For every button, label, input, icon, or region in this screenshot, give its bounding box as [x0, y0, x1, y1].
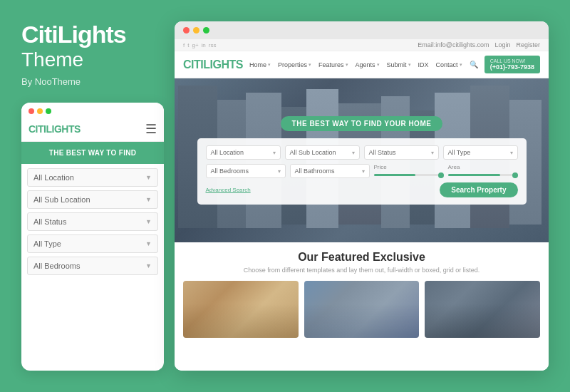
- area-slider-fill: [448, 174, 501, 176]
- nav-properties-label: Properties: [278, 61, 307, 68]
- site-nav: CITILIGHTS Home ▾ Properties ▾ Features …: [175, 51, 549, 78]
- nav-agents-label: Agents: [356, 61, 375, 68]
- featured-subtitle: Choose from different templates and lay …: [183, 267, 540, 274]
- search-icon[interactable]: 🔍: [470, 61, 478, 68]
- nav-idx[interactable]: IDX: [418, 61, 429, 68]
- mobile-filter-type-arrow: ▼: [145, 240, 152, 247]
- utility-email: Email:info@citilights.com: [418, 41, 489, 48]
- nav-features[interactable]: Features ▾: [318, 61, 348, 68]
- nav-submit[interactable]: Submit ▾: [387, 61, 411, 68]
- dt-dot-green: [203, 27, 209, 33]
- price-slider-thumb[interactable]: [438, 172, 444, 178]
- site-logo-lights: LIGHTS: [203, 58, 243, 71]
- filter-bathrooms[interactable]: All Bathrooms ▾: [290, 164, 370, 178]
- filter-bedrooms-caret: ▾: [278, 168, 281, 175]
- search-row-2: All Bedrooms ▾ All Bathrooms ▾ Price: [206, 164, 518, 178]
- nav-home-label: Home: [249, 61, 266, 68]
- site-nav-right: CALL US NOW! (+01)-793-7938: [484, 56, 540, 73]
- filter-bedrooms-label: All Bedrooms: [211, 167, 249, 175]
- utility-register[interactable]: Register: [516, 41, 540, 48]
- mobile-filter-sublocation-label: All Sub Location: [33, 195, 90, 204]
- filter-type[interactable]: All Type ▾: [443, 145, 518, 160]
- mobile-hero-text: THE BEST WAY TO FIND: [28, 149, 157, 157]
- mobile-logo-bar: CITILIGHTS ☰: [21, 118, 164, 142]
- filter-status-caret: ▾: [431, 150, 434, 156]
- desktop-site: f t g+ in rss Email:info@citilights.com …: [175, 39, 549, 371]
- nav-submit-label: Submit: [387, 61, 407, 68]
- price-slider[interactable]: [374, 174, 444, 176]
- search-row-1: All Location ▾ All Sub Location ▾ All St…: [206, 145, 518, 160]
- rss-icon[interactable]: rss: [209, 42, 217, 48]
- mobile-window-dots: [28, 108, 51, 114]
- desktop-titlebar: [175, 21, 549, 39]
- nav-properties-caret: ▾: [309, 62, 311, 68]
- nav-agents-caret: ▾: [377, 62, 380, 68]
- mobile-mockup: CITILIGHTS ☰ THE BEST WAY TO FIND All Lo…: [21, 103, 164, 371]
- facebook-icon[interactable]: f: [183, 42, 185, 48]
- phone-label: CALL US NOW!: [490, 58, 534, 63]
- filter-sublocation[interactable]: All Sub Location ▾: [285, 145, 360, 160]
- price-slider-fill: [374, 174, 416, 176]
- brand-name: CitiLights: [21, 21, 164, 48]
- area-label: Area: [448, 164, 518, 170]
- nav-contact-label: Contact: [436, 61, 458, 68]
- mobile-filter-location-label: All Location: [33, 173, 74, 182]
- googleplus-icon[interactable]: g+: [192, 42, 198, 48]
- filter-status-label: All Status: [369, 149, 396, 156]
- mobile-filter-sublocation-arrow: ▼: [145, 196, 152, 203]
- mobile-filter-status-label: All Status: [33, 217, 66, 226]
- site-nav-links: Home ▾ Properties ▾ Features ▾ Agents ▾ …: [249, 61, 478, 68]
- advanced-search-link[interactable]: Advanced Search: [206, 187, 251, 193]
- brand-by: By NooTheme: [21, 76, 164, 87]
- dt-dot-red: [183, 27, 190, 33]
- phone-number: (+01)-793-7938: [490, 63, 534, 71]
- filter-sublocation-label: All Sub Location: [290, 149, 336, 156]
- featured-grid: [183, 281, 540, 338]
- nav-properties[interactable]: Properties ▾: [278, 61, 311, 68]
- price-section: Price: [374, 164, 444, 178]
- nav-agents[interactable]: Agents ▾: [356, 61, 380, 68]
- mobile-filter-type-label: All Type: [33, 239, 61, 248]
- search-property-button[interactable]: Search Property: [440, 182, 517, 197]
- mobile-filter-sublocation[interactable]: All Sub Location ▼: [27, 190, 158, 209]
- featured-card-1[interactable]: [183, 281, 299, 338]
- mobile-titlebar: [21, 103, 164, 118]
- mobile-filter-bedrooms[interactable]: All Bedrooms ▼: [27, 257, 158, 275]
- mobile-hamburger-icon[interactable]: ☰: [145, 121, 157, 137]
- linkedin-icon[interactable]: in: [202, 42, 206, 48]
- area-slider-thumb[interactable]: [512, 172, 518, 178]
- mobile-filter-status[interactable]: All Status ▼: [27, 212, 158, 231]
- utility-login[interactable]: Login: [494, 41, 510, 48]
- filter-bedrooms[interactable]: All Bedrooms ▾: [206, 164, 286, 178]
- mobile-dot-yellow: [37, 108, 43, 114]
- site-featured: Our Featured Exclusive Choose from diffe…: [175, 242, 549, 371]
- filter-location[interactable]: All Location ▾: [206, 145, 281, 160]
- filter-bathrooms-label: All Bathrooms: [295, 167, 335, 175]
- area-section: Area: [448, 164, 518, 178]
- nav-features-label: Features: [318, 61, 344, 68]
- twitter-icon[interactable]: t: [187, 42, 189, 48]
- price-label: Price: [374, 164, 444, 170]
- featured-card-3[interactable]: [425, 281, 540, 338]
- nav-home-caret: ▾: [268, 62, 271, 68]
- mobile-filter-location-arrow: ▼: [145, 174, 152, 181]
- mobile-logo: CITILIGHTS: [28, 123, 81, 135]
- area-slider[interactable]: [448, 174, 518, 176]
- mobile-filter-type[interactable]: All Type ▼: [27, 234, 158, 253]
- search-bottom-row: Advanced Search Search Property: [206, 182, 518, 197]
- desktop-mockup: f t g+ in rss Email:info@citilights.com …: [175, 21, 549, 371]
- site-hero: THE BEST WAY TO FIND YOUR HOME All Locat…: [175, 78, 549, 242]
- mobile-search-form: All Location ▼ All Sub Location ▼ All St…: [21, 164, 164, 283]
- site-logo: CITILIGHTS: [183, 58, 243, 71]
- filter-status[interactable]: All Status ▾: [364, 145, 439, 160]
- nav-home[interactable]: Home ▾: [249, 61, 271, 68]
- featured-card-2[interactable]: [304, 281, 420, 338]
- brand-title-block: CitiLights Theme By NooTheme: [21, 21, 164, 87]
- phone-box: CALL US NOW! (+01)-793-7938: [484, 56, 540, 73]
- site-utility-bar: f t g+ in rss Email:info@citilights.com …: [175, 39, 549, 51]
- mobile-filter-bedrooms-label: All Bedrooms: [33, 262, 80, 270]
- utility-right: Email:info@citilights.com Login Register: [418, 41, 540, 48]
- mobile-filter-location[interactable]: All Location ▼: [27, 168, 158, 187]
- nav-features-caret: ▾: [346, 62, 348, 68]
- nav-contact[interactable]: Contact ▾: [436, 61, 462, 68]
